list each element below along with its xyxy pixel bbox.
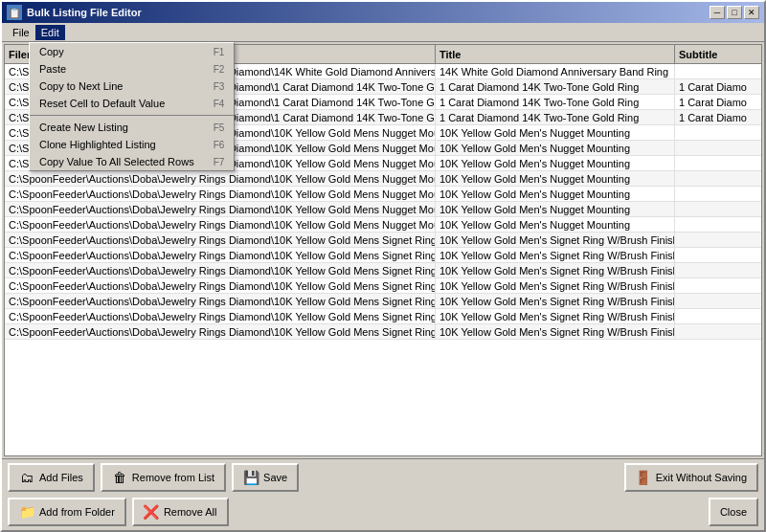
cell-file: C:\SpoonFeeder\Auctions\Doba\Jewelry Rin… [5,278,436,293]
cell-subtitle [675,141,761,155]
cell-subtitle [675,64,761,78]
cell-file: C:\SpoonFeeder\Auctions\Doba\Jewelry Rin… [5,187,436,201]
remove-from-list-button[interactable]: 🗑 Remove from List [101,463,226,492]
dropdown-separator [30,115,234,116]
dropdown-clone-listing[interactable]: Clone Highlighted Listing F6 [30,136,234,153]
add-from-folder-button[interactable]: 📁 Add from Folder [8,498,126,526]
add-folder-icon: 📁 [19,504,34,520]
cell-file: C:\SpoonFeeder\Auctions\Doba\Jewelry Rin… [5,233,436,247]
cell-subtitle [675,309,761,323]
menu-bar: File Edit Copy F1 Paste F2 Copy to Next … [2,23,764,42]
cell-subtitle [675,324,761,339]
save-icon: 💾 [243,470,259,485]
cell-subtitle [675,217,761,232]
cell-title: 10K Yellow Gold Men's Signet Ring W/Brus… [436,233,675,247]
dropdown-copy-next-line[interactable]: Copy to Next Line F3 [30,78,234,95]
cell-title: 10K Yellow Gold Men's Signet Ring W/Brus… [436,294,675,308]
remove-all-icon: ❌ [144,504,159,520]
cell-title: 1 Carat Diamond 14K Two-Tone Gold Ring [436,95,675,109]
cell-title: 10K Yellow Gold Men's Nugget Mounting [436,156,675,170]
bottom-row-1: 🗂 Add Files 🗑 Remove from List 💾 Save 🚪 … [8,463,758,492]
cell-file: C:\SpoonFeeder\Auctions\Doba\Jewelry Rin… [5,248,436,262]
table-row[interactable]: C:\SpoonFeeder\Auctions\Doba\Jewelry Rin… [5,263,761,278]
window-close-button[interactable]: ✕ [744,6,759,19]
add-files-icon: 🗂 [19,470,34,485]
table-row[interactable]: C:\SpoonFeeder\Auctions\Doba\Jewelry Rin… [5,187,761,202]
column-header-title: Title [436,45,675,63]
dropdown-copy[interactable]: Copy F1 [30,43,234,60]
cell-subtitle [675,171,761,186]
cell-title: 10K Yellow Gold Men's Nugget Mounting [436,125,675,140]
cell-subtitle: 1 Carat Diamo [675,79,761,94]
cell-title: 10K Yellow Gold Men's Signet Ring W/Brus… [436,263,675,277]
cell-title: 10K Yellow Gold Men's Nugget Mounting [436,187,675,201]
cell-title: 10K Yellow Gold Men's Nugget Mounting [436,171,675,186]
dropdown-reset-cell[interactable]: Reset Cell to Default Value F4 [30,95,234,112]
cell-title: 10K Yellow Gold Men's Nugget Mounting [436,202,675,216]
cell-subtitle [675,187,761,201]
add-files-button[interactable]: 🗂 Add Files [8,463,95,492]
cell-subtitle [675,125,761,140]
cell-title: 1 Carat Diamond 14K Two-Tone Gold Ring [436,110,675,124]
window-icon: 📋 [7,5,22,20]
table-row[interactable]: C:\SpoonFeeder\Auctions\Doba\Jewelry Rin… [5,202,761,217]
cell-title: 10K Yellow Gold Men's Signet Ring W/Brus… [436,324,675,339]
column-header-subtitle: Subtitle [675,45,762,63]
table-row[interactable]: C:\SpoonFeeder\Auctions\Doba\Jewelry Rin… [5,278,761,294]
table-row[interactable]: C:\SpoonFeeder\Auctions\Doba\Jewelry Rin… [5,248,761,263]
cell-subtitle [675,202,761,216]
cell-file: C:\SpoonFeeder\Auctions\Doba\Jewelry Rin… [5,202,436,216]
dropdown-copy-all-rows[interactable]: Copy Value To All Selected Rows F7 [30,153,234,170]
cell-title: 10K Yellow Gold Men's Nugget Mounting [436,141,675,155]
cell-subtitle [675,156,761,170]
cell-subtitle [675,278,761,293]
cell-subtitle [675,233,761,247]
bottom-bar: 🗂 Add Files 🗑 Remove from List 💾 Save 🚪 … [2,458,764,530]
cell-file: C:\SpoonFeeder\Auctions\Doba\Jewelry Rin… [5,217,436,232]
table-row[interactable]: C:\SpoonFeeder\Auctions\Doba\Jewelry Rin… [5,309,761,324]
cell-file: C:\SpoonFeeder\Auctions\Doba\Jewelry Rin… [5,324,436,339]
dropdown-paste[interactable]: Paste F2 [30,60,234,78]
cell-title: 10K Yellow Gold Men's Signet Ring W/Brus… [436,309,675,323]
cell-file: C:\SpoonFeeder\Auctions\Doba\Jewelry Rin… [5,294,436,308]
window-title: Bulk Listing File Editor [27,7,142,18]
save-button[interactable]: 💾 Save [232,463,299,492]
cell-title: 14K White Gold Diamond Anniversary Band … [436,64,675,78]
close-button[interactable]: Close [709,498,758,526]
cell-title: 10K Yellow Gold Men's Signet Ring W/Brus… [436,248,675,262]
minimize-button[interactable]: ─ [710,6,725,19]
title-bar-left: 📋 Bulk Listing File Editor [7,5,142,20]
cell-title: 10K Yellow Gold Men's Signet Ring W/Brus… [436,278,675,293]
cell-title: 10K Yellow Gold Men's Nugget Mounting [436,217,675,232]
dropdown-create-listing[interactable]: Create New Listing F5 [30,119,234,136]
exit-without-saving-button[interactable]: 🚪 Exit Without Saving [624,463,758,492]
title-bar: 📋 Bulk Listing File Editor ─ □ ✕ [2,2,764,23]
table-row[interactable]: C:\SpoonFeeder\Auctions\Doba\Jewelry Rin… [5,217,761,233]
remove-list-icon: 🗑 [112,470,127,485]
exit-icon: 🚪 [636,470,651,485]
cell-subtitle: 1 Carat Diamo [675,110,761,124]
cell-title: 1 Carat Diamond 14K Two-Tone Gold Ring [436,79,675,94]
table-row[interactable]: C:\SpoonFeeder\Auctions\Doba\Jewelry Rin… [5,233,761,248]
title-controls: ─ □ ✕ [710,6,759,19]
menu-file[interactable]: File [7,25,35,40]
cell-subtitle [675,248,761,262]
bottom-row-2: 📁 Add from Folder ❌ Remove All Close [8,498,758,526]
cell-subtitle: 1 Carat Diamo [675,95,761,109]
cell-subtitle [675,263,761,277]
remove-all-button[interactable]: ❌ Remove All [132,498,229,526]
table-row[interactable]: C:\SpoonFeeder\Auctions\Doba\Jewelry Rin… [5,171,761,187]
cell-file: C:\SpoonFeeder\Auctions\Doba\Jewelry Rin… [5,309,436,323]
maximize-button[interactable]: □ [727,6,742,19]
table-row[interactable]: C:\SpoonFeeder\Auctions\Doba\Jewelry Rin… [5,294,761,309]
cell-file: C:\SpoonFeeder\Auctions\Doba\Jewelry Rin… [5,171,436,186]
edit-dropdown-menu: Copy F1 Paste F2 Copy to Next Line F3 Re… [29,42,235,171]
menu-edit[interactable]: Edit [35,25,65,40]
main-window: 📋 Bulk Listing File Editor ─ □ ✕ File Ed… [0,0,766,532]
cell-file: C:\SpoonFeeder\Auctions\Doba\Jewelry Rin… [5,263,436,277]
table-row[interactable]: C:\SpoonFeeder\Auctions\Doba\Jewelry Rin… [5,324,761,340]
cell-subtitle [675,294,761,308]
